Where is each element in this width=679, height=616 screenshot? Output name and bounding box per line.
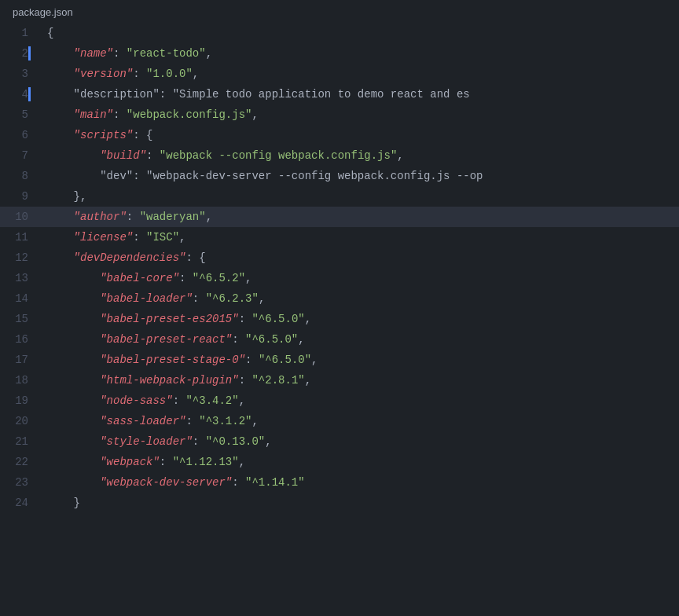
code-line: 24 } — [0, 493, 679, 513]
line-content: "babel-preset-stage-0": "^6.5.0", — [41, 350, 679, 370]
code-line: 7 "build": "webpack --config webpack.con… — [0, 145, 679, 166]
code-line: 4 "description": "Simple todo applicatio… — [0, 84, 679, 104]
line-content: "sass-loader": "^3.1.2", — [41, 411, 679, 431]
code-area: 1{2 "name": "react-todo",3 "version": "1… — [0, 23, 679, 513]
line-content: "webpack-dev-server": "^1.14.1" — [41, 472, 679, 493]
line-number: 10 — [0, 207, 41, 227]
line-content: "webpack": "^1.12.13", — [41, 452, 679, 472]
line-content: "name": "react-todo", — [41, 43, 679, 64]
line-number: 1 — [0, 23, 41, 43]
line-content: "scripts": { — [41, 125, 679, 145]
line-number: 14 — [0, 288, 41, 309]
line-number: 22 — [0, 452, 41, 472]
line-number: 20 — [0, 411, 41, 431]
line-content: } — [41, 493, 679, 513]
line-number: 23 — [0, 472, 41, 493]
line-number: 17 — [0, 350, 41, 370]
line-number: 18 — [0, 370, 41, 390]
line-content: "node-sass": "^3.4.2", — [41, 390, 679, 411]
code-line: 15 "babel-preset-es2015": "^6.5.0", — [0, 309, 679, 329]
code-line: 17 "babel-preset-stage-0": "^6.5.0", — [0, 350, 679, 370]
line-content: }, — [41, 186, 679, 207]
line-content: "babel-loader": "^6.2.3", — [41, 288, 679, 309]
code-line: 1{ — [0, 23, 679, 43]
code-line: 2 "name": "react-todo", — [0, 43, 679, 64]
line-number: 2 — [0, 43, 41, 64]
line-number: 11 — [0, 227, 41, 248]
code-line: 16 "babel-preset-react": "^6.5.0", — [0, 329, 679, 350]
line-content: "version": "1.0.0", — [41, 64, 679, 84]
line-content: "author": "waderyan", — [41, 207, 679, 227]
file-title: package.json — [13, 6, 73, 18]
line-content: "main": "webpack.config.js", — [41, 104, 679, 125]
line-content: { — [41, 23, 679, 43]
line-content: "description": "Simple todo application … — [41, 84, 679, 104]
line-number: 9 — [0, 186, 41, 207]
code-line: 5 "main": "webpack.config.js", — [0, 104, 679, 125]
line-number: 7 — [0, 145, 41, 166]
line-number: 24 — [0, 493, 41, 513]
code-line: 11 "license": "ISC", — [0, 227, 679, 248]
line-number: 4 — [0, 84, 41, 104]
editor: 1{2 "name": "react-todo",3 "version": "1… — [0, 23, 679, 614]
line-number: 21 — [0, 431, 41, 452]
line-number: 16 — [0, 329, 41, 350]
code-line: 3 "version": "1.0.0", — [0, 64, 679, 84]
code-line: 19 "node-sass": "^3.4.2", — [0, 390, 679, 411]
line-number: 19 — [0, 390, 41, 411]
code-line: 14 "babel-loader": "^6.2.3", — [0, 288, 679, 309]
code-line: 20 "sass-loader": "^3.1.2", — [0, 411, 679, 431]
line-content: "devDependencies": { — [41, 248, 679, 268]
code-line: 6 "scripts": { — [0, 125, 679, 145]
line-content: "style-loader": "^0.13.0", — [41, 431, 679, 452]
code-line: 9 }, — [0, 186, 679, 207]
code-line: 10 "author": "waderyan", — [0, 207, 679, 227]
code-line: 23 "webpack-dev-server": "^1.14.1" — [0, 472, 679, 493]
code-line: 8 "dev": "webpack-dev-server --config we… — [0, 166, 679, 186]
code-line: 18 "html-webpack-plugin": "^2.8.1", — [0, 370, 679, 390]
line-number: 6 — [0, 125, 41, 145]
line-content: "html-webpack-plugin": "^2.8.1", — [41, 370, 679, 390]
line-content: "babel-preset-react": "^6.5.0", — [41, 329, 679, 350]
code-line: 13 "babel-core": "^6.5.2", — [0, 268, 679, 288]
line-content: "babel-core": "^6.5.2", — [41, 268, 679, 288]
line-number: 13 — [0, 268, 41, 288]
line-content: "babel-preset-es2015": "^6.5.0", — [41, 309, 679, 329]
line-content: "build": "webpack --config webpack.confi… — [41, 145, 679, 166]
line-number: 8 — [0, 166, 41, 186]
line-number: 3 — [0, 64, 41, 84]
code-line: 22 "webpack": "^1.12.13", — [0, 452, 679, 472]
title-bar: package.json — [0, 0, 679, 23]
line-content: "dev": "webpack-dev-server --config webp… — [41, 166, 679, 186]
code-line: 21 "style-loader": "^0.13.0", — [0, 431, 679, 452]
line-number: 5 — [0, 104, 41, 125]
line-number: 15 — [0, 309, 41, 329]
line-content: "license": "ISC", — [41, 227, 679, 248]
line-number: 12 — [0, 248, 41, 268]
code-line: 12 "devDependencies": { — [0, 248, 679, 268]
